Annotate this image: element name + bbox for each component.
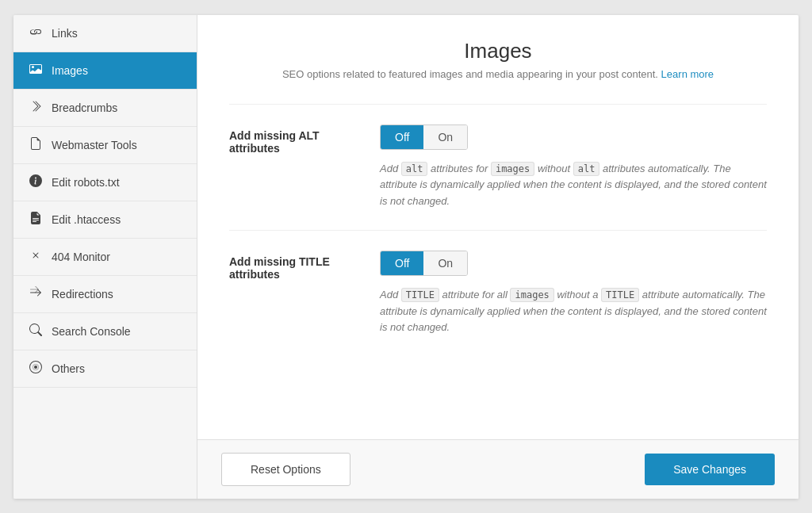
sidebar-item-edit-htaccess[interactable]: Edit .htaccess: [13, 201, 197, 239]
sidebar-item-images[interactable]: Images: [13, 52, 197, 90]
page-title: Images: [229, 39, 767, 63]
edit-htaccess-icon: [28, 212, 44, 228]
toggle-off-title-attributes[interactable]: Off: [381, 251, 423, 275]
sidebar-item-label-search-console: Search Console: [52, 325, 131, 338]
sidebar-item-label-images: Images: [52, 64, 88, 77]
others-icon: [28, 361, 44, 377]
content-area: Images SEO options related to featured i…: [197, 15, 799, 439]
code-alt-attributes: images: [491, 162, 534, 176]
links-icon: [28, 25, 44, 41]
redirections-icon: [28, 286, 44, 302]
sidebar: LinksImagesBreadcrumbsWebmaster ToolsEdi…: [13, 15, 197, 499]
sidebar-item-webmaster-tools[interactable]: Webmaster Tools: [13, 127, 197, 164]
option-desc-title-attributes: Add TITLE attribute for all images witho…: [380, 287, 767, 336]
toggle-on-title-attributes[interactable]: On: [423, 251, 467, 275]
subtitle-text: SEO options related to featured images a…: [282, 68, 658, 80]
404-monitor-icon: [28, 249, 44, 265]
code-title-attributes: TITLE: [601, 288, 639, 302]
sidebar-item-label-404-monitor: 404 Monitor: [52, 251, 110, 263]
option-row-title-attributes: Add missing TITLE attributesOffOnAdd TIT…: [229, 230, 767, 356]
code-alt-attributes: alt: [401, 162, 428, 176]
images-icon: [28, 63, 44, 78]
svg-point-0: [34, 366, 37, 369]
sidebar-item-redirections[interactable]: Redirections: [13, 276, 197, 313]
option-label-title-attributes: Add missing TITLE attributes: [229, 251, 356, 281]
toggle-title-attributes: OffOn: [380, 251, 468, 276]
sidebar-item-edit-robots[interactable]: Edit robots.txt: [13, 164, 197, 201]
sidebar-item-breadcrumbs[interactable]: Breadcrumbs: [13, 90, 197, 127]
sidebar-item-404-monitor[interactable]: 404 Monitor: [13, 239, 197, 276]
sidebar-item-others[interactable]: Others: [13, 350, 197, 388]
sidebar-item-label-redirections: Redirections: [52, 288, 113, 301]
code-alt-attributes: alt: [573, 162, 600, 176]
option-row-alt-attributes: Add missing ALT attributesOffOnAdd alt a…: [229, 104, 767, 230]
code-title-attributes: TITLE: [401, 288, 439, 302]
sidebar-item-links[interactable]: Links: [13, 15, 197, 52]
toggle-off-alt-attributes[interactable]: Off: [381, 125, 423, 149]
sidebar-item-label-links: Links: [52, 27, 78, 40]
option-control-title-attributes: OffOnAdd TITLE attribute for all images …: [380, 251, 767, 336]
options-container: Add missing ALT attributesOffOnAdd alt a…: [229, 104, 767, 357]
sidebar-item-label-webmaster-tools: Webmaster Tools: [52, 139, 137, 151]
option-control-alt-attributes: OffOnAdd alt attributes for images witho…: [380, 124, 767, 210]
page-subtitle: SEO options related to featured images a…: [229, 68, 767, 80]
edit-robots-icon: [28, 174, 44, 190]
sidebar-item-label-edit-robots: Edit robots.txt: [52, 176, 120, 189]
webmaster-tools-icon: [28, 137, 44, 153]
breadcrumbs-icon: [28, 100, 44, 116]
main-window: LinksImagesBreadcrumbsWebmaster ToolsEdi…: [13, 15, 799, 499]
sidebar-item-search-console[interactable]: Search Console: [13, 313, 197, 350]
option-desc-alt-attributes: Add alt attributes for images without al…: [380, 161, 767, 210]
toggle-on-alt-attributes[interactable]: On: [423, 125, 467, 149]
learn-more-link[interactable]: Learn more: [661, 68, 714, 80]
save-button[interactable]: Save Changes: [645, 454, 775, 485]
search-console-icon: [28, 323, 44, 339]
footer-bar: Reset Options Save Changes: [197, 439, 799, 499]
toggle-alt-attributes: OffOn: [380, 124, 468, 150]
reset-button[interactable]: Reset Options: [221, 453, 350, 486]
sidebar-item-label-breadcrumbs: Breadcrumbs: [52, 101, 117, 114]
option-label-alt-attributes: Add missing ALT attributes: [229, 124, 356, 155]
sidebar-item-label-edit-htaccess: Edit .htaccess: [52, 213, 121, 226]
main-content: Images SEO options related to featured i…: [197, 15, 799, 499]
code-title-attributes: images: [510, 288, 553, 302]
sidebar-item-label-others: Others: [52, 362, 85, 375]
